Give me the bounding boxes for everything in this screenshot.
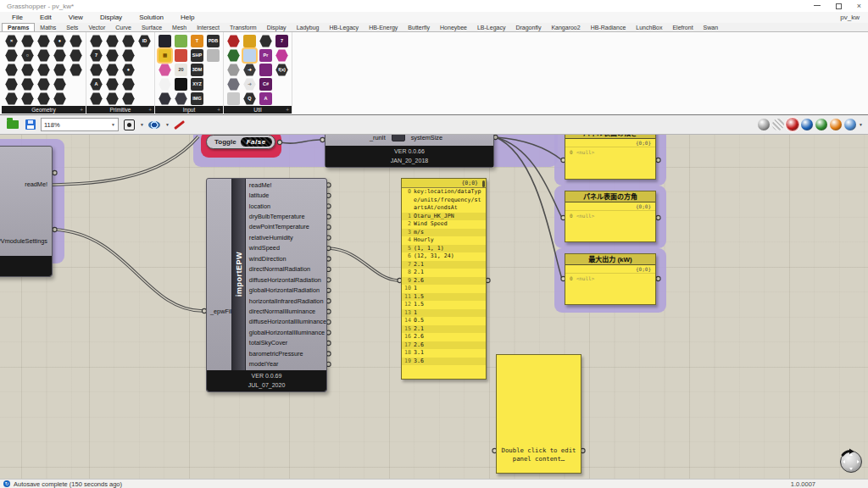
param-icon[interactable]: ●	[53, 35, 66, 47]
chevron-down-icon[interactable]: ▼	[165, 122, 170, 127]
green-gem-icon[interactable]	[815, 119, 827, 130]
param-icon[interactable]	[175, 49, 187, 62]
port-label[interactable]: windSpeed	[249, 244, 280, 252]
port-label[interactable]: dryBulbTemperature	[249, 213, 305, 220]
param-icon[interactable]	[159, 78, 171, 91]
param-icon[interactable]	[53, 78, 66, 91]
open-file-button[interactable]	[5, 118, 19, 132]
param-icon[interactable]	[106, 92, 119, 105]
port-label[interactable]: readMe!	[249, 181, 272, 189]
param-icon[interactable]: ID	[138, 35, 151, 47]
blue-sphere-icon[interactable]	[844, 119, 856, 130]
port-label[interactable]: latitude	[249, 191, 270, 199]
param-icon[interactable]	[106, 64, 119, 76]
param-icon[interactable]: A	[259, 92, 272, 105]
param-icon[interactable]	[21, 78, 34, 91]
output-panel-1[interactable]: パネル表面の方角{0;0}0<null>	[565, 191, 656, 242]
param-icon[interactable]	[37, 49, 50, 62]
tab-ladybug[interactable]: Ladybug	[292, 24, 325, 31]
component-pv-module-settings[interactable]: readMe! PVmoduleSettings	[0, 146, 53, 277]
save-file-button[interactable]	[23, 118, 37, 132]
port-label[interactable]: location	[249, 202, 270, 210]
expand-icon[interactable]: +	[217, 107, 220, 113]
param-icon[interactable]	[243, 49, 256, 62]
param-icon[interactable]	[159, 92, 171, 105]
close-button[interactable]: ×	[857, 3, 861, 10]
param-icon[interactable]: 20	[175, 64, 187, 76]
tab-hb-legacy[interactable]: HB-Legacy	[324, 24, 364, 31]
port-label[interactable]: windDirection	[249, 255, 287, 263]
chevron-down-icon[interactable]: ▼	[859, 122, 863, 127]
tab-butterfly[interactable]: Butterfly	[403, 24, 435, 31]
param-icon[interactable]	[122, 92, 135, 105]
param-icon[interactable]	[37, 92, 50, 105]
menu-view[interactable]: View	[60, 14, 92, 21]
param-icon[interactable]	[259, 35, 272, 47]
port-label[interactable]: globalHorizontalRadiation	[249, 286, 320, 294]
boolean-toggle[interactable]: Toggle False	[206, 135, 275, 149]
param-icon[interactable]	[175, 35, 187, 47]
param-icon[interactable]	[21, 35, 34, 47]
port-label[interactable]: readMe!	[25, 180, 47, 188]
param-icon[interactable]	[227, 64, 240, 76]
param-icon[interactable]	[70, 35, 82, 47]
port-label[interactable]: diffuseHorizontalRadiation	[249, 276, 321, 284]
param-icon[interactable]: SHP	[191, 49, 203, 62]
menu-display[interactable]: Display	[92, 14, 131, 21]
param-icon[interactable]: XYZ	[191, 78, 203, 91]
note-panel[interactable]: Double click to edit panel content…	[496, 354, 581, 474]
param-icon[interactable]	[275, 49, 288, 62]
tab-lb-legacy[interactable]: LB-Legacy	[472, 24, 510, 31]
param-icon[interactable]	[21, 64, 34, 76]
param-icon[interactable]: 7	[90, 49, 103, 62]
param-icon[interactable]: PDB	[207, 35, 220, 47]
data-panel[interactable]: {0;0} 0key:location/dataType/units/frequ…	[401, 178, 487, 380]
port-label[interactable]: relativeHumidity	[249, 234, 293, 241]
output-panel-0[interactable]: パネル表面の傾き{0;0}0<null>	[565, 135, 656, 180]
param-icon[interactable]	[175, 78, 187, 91]
param-icon[interactable]	[227, 35, 240, 47]
param-icon[interactable]: ○	[21, 49, 34, 62]
zoom-extents-button[interactable]	[122, 118, 136, 132]
param-icon[interactable]	[227, 92, 240, 105]
document-badge[interactable]: pv_kw	[840, 14, 868, 21]
expand-icon[interactable]: +	[148, 107, 152, 113]
menu-solution[interactable]: Solution	[131, 14, 172, 21]
param-icon[interactable]	[21, 92, 34, 105]
param-icon[interactable]	[106, 49, 119, 62]
minimize-button[interactable]	[814, 5, 821, 6]
tab-hb-radiance[interactable]: HB-Radiance	[586, 24, 632, 31]
port-label[interactable]: directNormalRadiation	[249, 265, 310, 273]
output-panel-2[interactable]: 最大出力 (kW){0;0}0<null>	[565, 253, 656, 305]
compass-widget[interactable]	[837, 447, 865, 474]
view-button[interactable]	[147, 118, 162, 132]
port-label[interactable]: diffuseHorizontalIlluminance	[249, 318, 326, 325]
param-icon[interactable]	[37, 78, 50, 91]
orange-sphere-icon[interactable]	[830, 119, 842, 130]
param-icon[interactable]	[53, 92, 66, 105]
param-icon[interactable]	[159, 64, 171, 76]
output-port-label[interactable]: systemSize	[411, 135, 442, 141]
port-label[interactable]: modelYear	[249, 360, 279, 368]
param-icon[interactable]: ×	[5, 35, 18, 47]
param-icon[interactable]	[175, 92, 187, 105]
param-icon[interactable]	[90, 64, 103, 76]
param-icon[interactable]	[227, 78, 240, 91]
tab-lunchbox[interactable]: LunchBox	[631, 24, 667, 31]
expand-icon[interactable]: +	[286, 107, 289, 113]
param-icon[interactable]	[70, 64, 82, 76]
component-name[interactable]: importEPW	[231, 179, 246, 370]
param-icon[interactable]	[5, 78, 18, 91]
param-icon[interactable]	[37, 35, 50, 47]
tab-vector[interactable]: Vector	[83, 24, 110, 31]
port-label[interactable]: dewPointTemperature	[249, 223, 309, 230]
port-label[interactable]: globalHorizontalIlluminance	[249, 329, 325, 336]
port-label[interactable]: directNormalIlluminance	[249, 308, 315, 315]
sketch-button[interactable]	[173, 118, 187, 132]
param-icon[interactable]	[122, 49, 135, 62]
param-icon[interactable]	[106, 35, 119, 47]
param-icon[interactable]	[259, 64, 272, 76]
component-import-epw[interactable]: _epwFile importEPW readMe!latitudelocati…	[206, 178, 327, 392]
port-label[interactable]: barometricPressure	[249, 350, 303, 358]
param-icon[interactable]: Q	[243, 92, 256, 105]
